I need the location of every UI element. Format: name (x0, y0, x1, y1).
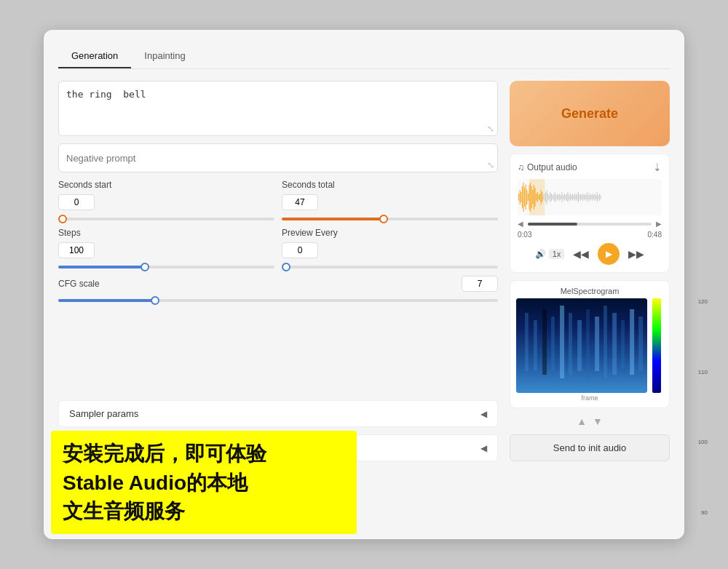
scroll-down-icon[interactable]: ▼ (593, 415, 603, 427)
cfg-scale-value[interactable]: 7 (462, 276, 498, 292)
svg-rect-1 (518, 194, 519, 201)
svg-rect-13 (532, 190, 533, 204)
download-icon[interactable]: ⇣ (653, 162, 662, 173)
tab-inpainting[interactable]: Inpainting (131, 44, 198, 68)
svg-rect-59 (586, 195, 587, 199)
svg-rect-64 (592, 194, 593, 201)
preview-every-value[interactable]: 0 (282, 242, 318, 258)
output-audio-header: ♫ Output audio ⇣ (518, 162, 662, 173)
annotation-box: 安装完成后，即可体验Stable Audio的本地文生音频服务 (51, 431, 357, 534)
prompt-container: the ring bell ⤡ (58, 81, 498, 136)
time-current: 0:03 (518, 231, 531, 239)
svg-rect-30 (553, 195, 553, 199)
svg-rect-58 (585, 194, 586, 201)
svg-rect-69 (598, 195, 598, 199)
seconds-total-input-row: 47 (282, 194, 498, 210)
preview-every-input-row: 0 (282, 242, 498, 258)
svg-rect-61 (588, 195, 589, 199)
svg-rect-78 (569, 313, 572, 375)
seconds-start-input-row: 0 (58, 194, 274, 210)
sampler-params-arrow-icon: ◀ (480, 409, 487, 419)
svg-rect-55 (582, 195, 582, 199)
cfg-scale-label: CFG scale (58, 279, 100, 289)
svg-rect-29 (551, 194, 552, 201)
svg-rect-28 (550, 192, 550, 202)
annotation-text: 安装完成后，即可体验Stable Audio的本地文生音频服务 (63, 439, 345, 525)
svg-rect-23 (544, 194, 545, 201)
volume-control[interactable]: 🔊 1x (535, 249, 565, 259)
svg-rect-66 (594, 194, 595, 201)
svg-rect-40 (564, 194, 565, 201)
svg-rect-38 (561, 192, 562, 202)
waveform-display (518, 179, 662, 215)
svg-rect-74 (534, 320, 537, 371)
tabs-bar: Generation Inpainting (58, 44, 670, 69)
svg-rect-67 (596, 195, 596, 199)
time-labels: 0:03 0:48 (518, 231, 662, 239)
svg-rect-34 (557, 194, 558, 201)
scroll-up-icon[interactable]: ▲ (577, 415, 587, 427)
svg-rect-2 (520, 190, 521, 204)
fast-forward-button[interactable]: ▶▶ (628, 248, 644, 260)
cfg-scale-group: CFG scale 7 (58, 276, 498, 393)
tab-generation[interactable]: Generation (58, 44, 131, 68)
svg-rect-35 (558, 195, 559, 199)
right-panel: Generate ♫ Output audio ⇣ (510, 81, 670, 461)
svg-rect-26 (547, 194, 548, 201)
svg-rect-62 (590, 194, 590, 201)
steps-label: Steps (58, 228, 274, 238)
speed-badge[interactable]: 1x (549, 249, 565, 259)
colorbar: 120 110 100 90 80 70 60 50 40 (650, 298, 663, 393)
svg-rect-6 (524, 188, 525, 207)
svg-rect-83 (612, 313, 617, 375)
svg-rect-86 (638, 317, 643, 371)
sampler-params-row[interactable]: Sampler params ◀ (58, 400, 498, 427)
steps-slider[interactable] (58, 266, 274, 268)
svg-rect-5 (523, 183, 523, 212)
svg-rect-15 (535, 188, 536, 207)
generate-button[interactable]: Generate (510, 81, 670, 146)
svg-rect-48 (574, 195, 574, 199)
svg-rect-20 (541, 190, 542, 204)
svg-rect-70 (599, 194, 600, 201)
volume-icon: 🔊 (535, 249, 546, 259)
scroll-controls: ▲ ▼ (510, 415, 670, 427)
negative-prompt-container: ⤡ (58, 143, 498, 172)
steps-value[interactable]: 100 (58, 242, 95, 258)
prompt-input[interactable]: the ring bell (66, 89, 490, 125)
seconds-start-slider[interactable] (58, 218, 274, 220)
svg-rect-25 (547, 190, 547, 204)
resize-handle-prompt: ⤡ (487, 124, 494, 134)
seek-back-icon[interactable]: ◀ (518, 220, 523, 228)
preview-every-slider[interactable] (282, 266, 498, 268)
svg-rect-68 (597, 192, 598, 202)
resize-handle-negative: ⤡ (487, 160, 494, 170)
seconds-total-slider[interactable] (282, 218, 498, 220)
play-button[interactable]: ▶ (598, 243, 620, 265)
playback-controls: 🔊 1x ◀◀ ▶ ▶▶ (518, 243, 662, 265)
svg-rect-21 (542, 192, 542, 202)
svg-rect-39 (563, 195, 563, 199)
seconds-total-group: Seconds total 47 (282, 180, 498, 220)
svg-rect-53 (579, 195, 580, 199)
left-panel: the ring bell ⤡ ⤡ Seconds start 0 (58, 81, 498, 461)
svg-rect-31 (553, 194, 554, 201)
svg-rect-11 (530, 183, 531, 212)
send-to-init-button[interactable]: Send to init audio (510, 434, 670, 461)
cfg-scale-slider[interactable] (58, 299, 498, 302)
svg-rect-84 (621, 320, 625, 367)
seconds-total-value[interactable]: 47 (282, 194, 318, 210)
negative-prompt-input[interactable] (66, 153, 490, 164)
preview-every-label: Preview Every (282, 228, 498, 238)
spectrogram-container: MelSpectrogram (510, 280, 670, 408)
svg-rect-3 (521, 192, 521, 202)
spectrogram-image (516, 298, 647, 393)
seek-forward-icon[interactable]: ▶ (656, 220, 662, 228)
rewind-button[interactable]: ◀◀ (573, 248, 589, 260)
svg-rect-82 (604, 306, 607, 378)
svg-rect-60 (587, 192, 588, 202)
svg-rect-57 (584, 195, 585, 199)
seconds-start-value[interactable]: 0 (58, 194, 95, 210)
seek-bar[interactable] (528, 223, 652, 226)
page-wrapper: Generation Inpainting the ring bell ⤡ ⤡ (0, 0, 728, 569)
